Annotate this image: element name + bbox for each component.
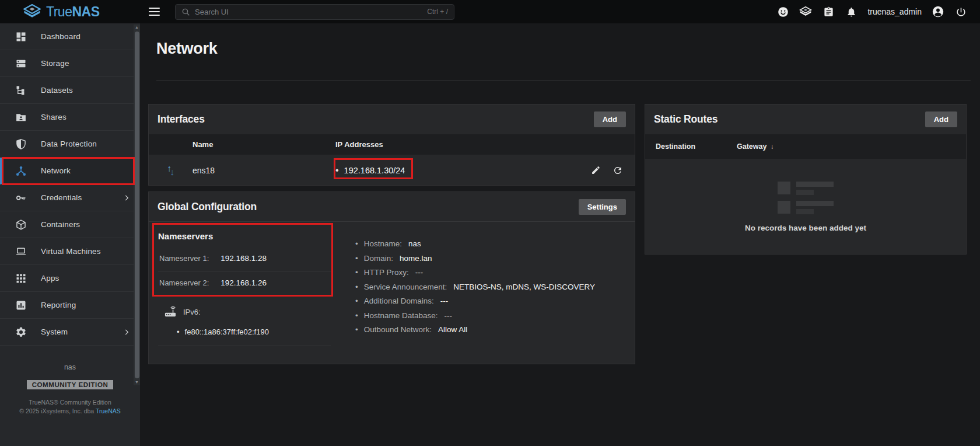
network-icon [14, 164, 28, 178]
detail-http-proxy: •HTTP Proxy:--- [355, 268, 625, 277]
ipv6-label: IPv6: [183, 308, 201, 316]
static-routes-title: Static Routes [654, 113, 718, 126]
sidebar-item-storage[interactable]: Storage [0, 50, 140, 77]
shares-icon [14, 110, 28, 124]
datasets-icon [14, 83, 28, 97]
column-header-gateway[interactable]: Gateway ↓ [737, 142, 966, 151]
search-shortcut: Ctrl + / [427, 8, 448, 16]
sidebar-item-label: Containers [41, 220, 80, 229]
settings-button[interactable]: Settings [579, 199, 626, 215]
sidebar-item-label: System [41, 327, 68, 336]
sidebar-item-credentials[interactable]: Credentials [0, 184, 140, 211]
interfaces-table-header: Name IP Addresses [149, 134, 635, 155]
page-title: Network [140, 23, 980, 57]
nameserver-2-value: 192.168.1.26 [220, 278, 267, 287]
ipv6-address: fe80::1a86:37ff:fe02:f190 [185, 327, 269, 336]
truenas-logo[interactable]: TrueNAS [0, 4, 140, 20]
hostname-label: nas [0, 363, 140, 371]
interface-name: ens18 [192, 166, 335, 175]
global-configuration-card: Global Configuration Settings Nameserver… [148, 191, 635, 364]
interfaces-title: Interfaces [158, 113, 205, 126]
interface-row-ens18[interactable]: ↑↓ ens18 •192.168.1.30/24 [149, 155, 635, 185]
interface-ip-cell: •192.168.1.30/24 [335, 165, 570, 176]
sidebar-item-system[interactable]: System [0, 319, 140, 346]
avatar-icon[interactable] [932, 5, 944, 18]
nameservers-title: Nameservers [158, 222, 331, 247]
chevron-right-icon [123, 194, 131, 202]
sidebar-item-network[interactable]: Network [0, 158, 140, 184]
smiley-icon[interactable] [776, 5, 789, 18]
search-input[interactable] [195, 8, 427, 16]
sidebar-item-reporting[interactable]: Reporting [0, 292, 140, 319]
credentials-icon [14, 191, 28, 205]
empty-state-graphic [778, 182, 834, 214]
topbar: TrueNAS Ctrl + / truenas_admin [0, 0, 980, 23]
detail-hostname: •Hostname:nas [355, 239, 625, 248]
truenas-logo-icon [23, 4, 41, 19]
interface-ip-address: 192.168.1.30/24 [344, 166, 405, 175]
sidebar-item-virtual-machines[interactable]: Virtual Machines [0, 238, 140, 265]
sidebar-item-shares[interactable]: Shares [0, 104, 140, 131]
containers-icon [14, 218, 28, 232]
sidebar-item-label: Storage [41, 59, 69, 68]
sidebar-item-apps[interactable]: Apps [0, 265, 140, 292]
sidebar-item-label: Apps [41, 274, 60, 283]
hamburger-icon[interactable] [149, 8, 160, 16]
scrollbar-thumb[interactable] [135, 32, 139, 378]
detail-additional-domains: •Additional Domains:--- [355, 297, 625, 305]
detail-outbound-network: •Outbound Network:Allow All [355, 325, 625, 334]
truenas-mark-icon[interactable] [799, 5, 812, 18]
apps-icon [14, 271, 28, 285]
footer-copyright: © 2025 iXsystems, Inc. dba TrueNAS [0, 407, 140, 416]
detail-service-announcement: •Service Announcement:NETBIOS-NS, mDNS, … [355, 283, 625, 291]
sidebar-item-label: Dashboard [41, 32, 80, 41]
power-icon[interactable] [954, 5, 967, 18]
scroll-up-arrow-icon[interactable]: ▲ [134, 25, 140, 30]
storage-icon [14, 57, 28, 71]
sidebar-item-label: Data Protection [41, 140, 97, 148]
clipboard-icon[interactable] [822, 5, 835, 18]
bell-icon[interactable] [845, 5, 858, 18]
nameserver-1-value: 192.168.1.28 [220, 254, 267, 263]
main-content: Network Interfaces Add Name IP Addresses [140, 23, 980, 446]
data-protection-icon [14, 137, 28, 151]
updown-arrows-icon: ↑↓ [167, 166, 174, 175]
sidebar-item-data-protection[interactable]: Data Protection [0, 131, 140, 158]
nameservers-section: Nameservers Nameserver 1: 192.168.1.28 N… [158, 222, 331, 346]
static-routes-card: Static Routes Add Destination Gateway ↓ [645, 104, 967, 255]
sidebar-item-label: Virtual Machines [41, 247, 101, 256]
truenas-link[interactable]: TrueNAS [96, 407, 121, 414]
edit-icon[interactable] [591, 165, 601, 176]
sidebar-item-label: Credentials [41, 193, 82, 202]
sidebar-item-datasets[interactable]: Datasets [0, 77, 140, 104]
search-bar[interactable]: Ctrl + / [175, 4, 454, 20]
dashboard-icon [14, 30, 28, 44]
ipv6-address-row: • fe80::1a86:37ff:fe02:f190 [158, 320, 331, 346]
column-header-destination[interactable]: Destination [645, 142, 737, 151]
sidebar-scrollbar[interactable]: ▲ ▼ [134, 25, 140, 385]
static-routes-table-header: Destination Gateway ↓ [645, 134, 966, 159]
sidebar-item-label: Reporting [41, 301, 76, 309]
topbar-actions: truenas_admin [776, 5, 980, 18]
interfaces-add-button[interactable]: Add [594, 112, 626, 127]
sidebar: Dashboard Storage Datasets Shares Data P [0, 23, 140, 446]
sidebar-item-label: Datasets [41, 86, 73, 95]
title-divider [156, 80, 971, 81]
global-configuration-title: Global Configuration [158, 201, 257, 213]
refresh-icon[interactable] [612, 165, 623, 176]
static-routes-add-button[interactable]: Add [925, 112, 957, 127]
router-icon [164, 306, 177, 318]
sidebar-item-dashboard[interactable]: Dashboard [0, 23, 140, 50]
system-icon [14, 325, 28, 339]
truenas-network-page: TrueNAS Ctrl + / truenas_admin [0, 0, 980, 446]
detail-domain: •Domain:home.lan [355, 254, 625, 263]
sidebar-item-label: Network [41, 166, 71, 175]
column-header-name: Name [192, 140, 335, 149]
sidebar-item-containers[interactable]: Containers [0, 211, 140, 238]
ipv6-section: IPv6: [158, 296, 331, 320]
username: truenas_admin [867, 7, 922, 16]
search-icon [181, 8, 190, 16]
nameserver-row: Nameserver 1: 192.168.1.28 [158, 247, 331, 271]
detail-hostname-database: •Hostname Database:--- [355, 311, 625, 320]
static-routes-empty-state: No records have been added yet [645, 159, 966, 254]
